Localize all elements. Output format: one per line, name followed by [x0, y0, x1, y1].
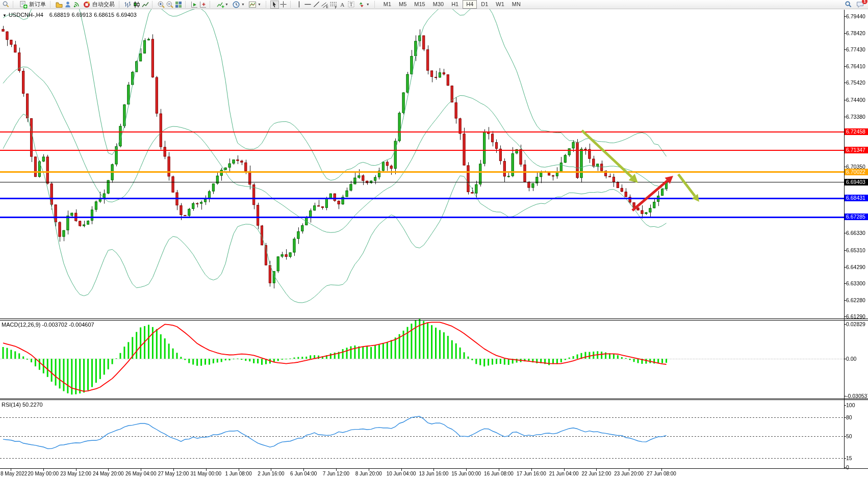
toolbar-separator	[374, 1, 377, 8]
trading-terminal-window: 新订单 自动交易	[0, 0, 868, 479]
timeframe-button-H1[interactable]: H1	[448, 0, 462, 9]
new-order-button[interactable]: 新订单	[17, 1, 47, 9]
toolbar-separator	[119, 1, 121, 8]
periods-clock-icon	[232, 1, 241, 9]
chart-canvas[interactable]	[0, 0, 868, 479]
toolbar-separator	[152, 1, 155, 8]
bar-chart-icon[interactable]	[123, 1, 132, 9]
timeframe-button-MN[interactable]: MN	[508, 0, 524, 9]
indicators-button[interactable]: ▼	[214, 1, 231, 9]
text-tool-icon[interactable]: A	[338, 1, 347, 9]
notifications-icon[interactable]: 1	[856, 1, 864, 9]
templates-icon	[248, 1, 257, 9]
new-order-icon	[19, 1, 28, 9]
text-label-tool-icon[interactable]: T	[347, 1, 355, 9]
chevron-down-icon: ▼	[366, 3, 370, 6]
timeframe-button-M15[interactable]: M15	[411, 0, 428, 9]
community-icon[interactable]	[63, 1, 72, 9]
autotrading-icon	[82, 1, 91, 9]
equidistant-channel-tool-icon[interactable]: E	[321, 1, 329, 9]
profiles-icon[interactable]	[55, 1, 63, 9]
svg-text:A: A	[340, 2, 345, 8]
trendline-tool-icon[interactable]	[312, 1, 321, 9]
new-order-label: 新订单	[29, 1, 46, 8]
timeframe-button-M30[interactable]: M30	[429, 0, 447, 9]
timeframe-button-M1[interactable]: M1	[380, 0, 395, 9]
zoom-out-icon[interactable]	[165, 1, 174, 9]
toolbar-separator	[266, 1, 268, 8]
horizontal-line-tool-icon[interactable]	[303, 1, 312, 9]
timeframe-button-D1[interactable]: D1	[477, 0, 492, 9]
fibonacci-tool-icon[interactable]: F	[329, 1, 338, 9]
toolbar-separator	[210, 1, 212, 8]
chevron-down-icon: ▼	[258, 3, 261, 6]
svg-text:F: F	[335, 5, 337, 9]
indicators-icon	[216, 1, 224, 9]
notification-badge: 1	[862, 0, 867, 4]
periods-button[interactable]: ▼	[231, 1, 247, 9]
tile-windows-icon[interactable]	[174, 1, 183, 9]
chart-shift-icon[interactable]	[198, 1, 207, 9]
toolbar-separator	[13, 1, 15, 8]
arrows-tool-icon	[357, 1, 366, 9]
cursor-icon[interactable]	[270, 1, 279, 9]
toolbar-separator	[185, 1, 188, 8]
search-icon[interactable]	[844, 1, 853, 9]
toolbar-separator	[50, 1, 53, 8]
toolbar-right-group: 1	[844, 1, 866, 9]
chevron-down-icon: ▼	[225, 3, 228, 6]
chevron-down-icon: ▼	[241, 3, 245, 6]
timeframe-button-M5[interactable]: M5	[395, 0, 410, 9]
arrows-tool-button[interactable]: ▼	[355, 1, 372, 9]
candlestick-chart-icon[interactable]	[132, 1, 141, 9]
timeframe-button-W1[interactable]: W1	[492, 0, 508, 9]
timeframe-group: M1M5M15M30H1H4D1W1MN	[380, 0, 524, 9]
auto-scroll-icon[interactable]	[190, 1, 198, 9]
toolbar-separator	[290, 1, 293, 8]
templates-button[interactable]: ▼	[247, 1, 263, 9]
main-toolbar: 新订单 自动交易	[0, 0, 868, 9]
search-icon[interactable]	[2, 1, 10, 9]
autotrading-button[interactable]: 自动交易	[81, 1, 116, 9]
line-chart-icon[interactable]	[141, 1, 149, 9]
signals-icon[interactable]	[72, 1, 81, 9]
autotrading-label: 自动交易	[92, 1, 115, 8]
zoom-in-icon[interactable]	[157, 1, 165, 9]
svg-text:E: E	[326, 5, 329, 9]
svg-text:T: T	[350, 2, 353, 7]
vertical-line-tool-icon[interactable]	[295, 1, 303, 9]
timeframe-button-H4[interactable]: H4	[463, 0, 477, 9]
crosshair-icon[interactable]	[279, 1, 288, 9]
